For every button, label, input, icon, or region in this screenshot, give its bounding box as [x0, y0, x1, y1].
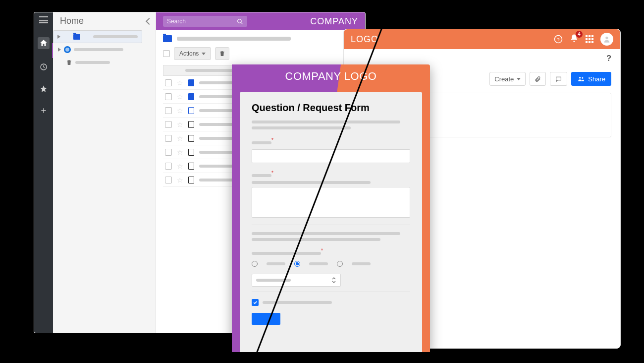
favorite-star-icon[interactable]: ☆	[177, 162, 183, 170]
field-hint	[252, 181, 371, 184]
checkbox-row[interactable]	[252, 299, 410, 306]
search-placeholder: Search	[167, 18, 186, 25]
svg-point-7	[582, 77, 584, 79]
document-icon	[188, 121, 194, 128]
divider	[252, 292, 410, 292]
radio-option[interactable]	[337, 261, 343, 267]
svg-point-4	[605, 37, 608, 39]
radio-label	[267, 262, 285, 265]
right-app-brand: LOGO	[351, 34, 378, 45]
radio-option[interactable]	[252, 261, 258, 267]
clock-icon[interactable]	[40, 63, 48, 71]
actions-dropdown[interactable]: Actions	[174, 47, 211, 60]
favorite-star-icon[interactable]: ☆	[177, 121, 183, 128]
favorite-star-icon[interactable]: ☆	[177, 148, 183, 156]
comment-icon	[555, 76, 562, 82]
row-checkbox[interactable]	[165, 177, 172, 183]
image-doc-icon	[188, 107, 194, 114]
expand-icon[interactable]	[58, 48, 61, 52]
divider	[252, 225, 410, 225]
svg-point-1	[238, 19, 242, 23]
search-input[interactable]: Search	[163, 16, 247, 27]
document-icon	[188, 163, 194, 170]
checkbox-label	[263, 301, 332, 304]
modal-brand: COMPANY LOGO	[232, 64, 430, 88]
row-checkbox[interactable]	[165, 149, 172, 156]
trash-icon	[219, 50, 225, 57]
expand-icon[interactable]	[57, 35, 60, 39]
favorite-star-icon[interactable]: ☆	[177, 176, 183, 184]
tree-item-label	[93, 35, 138, 38]
check-icon	[253, 300, 258, 305]
textarea-input[interactable]	[252, 187, 410, 218]
left-icon-rail	[34, 12, 53, 333]
svg-point-6	[579, 77, 581, 79]
favorite-star-icon[interactable]: ☆	[177, 134, 183, 142]
field-label	[252, 174, 271, 177]
svg-text:?: ?	[557, 37, 560, 42]
tree-item-shared[interactable]	[53, 43, 156, 56]
select-all-checkbox[interactable]	[163, 50, 170, 57]
context-help-icon[interactable]: ?	[606, 54, 611, 63]
left-tree-panel: Home	[53, 12, 156, 333]
row-checkbox[interactable]	[165, 93, 172, 100]
favorite-star-icon[interactable]: ☆	[177, 107, 183, 115]
radio-option-selected[interactable]	[294, 261, 300, 267]
star-icon[interactable]	[40, 85, 48, 93]
row-checkbox[interactable]	[165, 79, 172, 86]
folder-icon	[73, 34, 80, 40]
tree-item-label	[74, 48, 123, 51]
menu-icon[interactable]	[39, 16, 48, 23]
favorite-star-icon[interactable]: ☆	[177, 79, 183, 87]
document-icon	[188, 79, 194, 86]
avatar[interactable]	[600, 33, 613, 46]
row-checkbox[interactable]	[165, 163, 172, 170]
comment-button[interactable]	[550, 72, 567, 86]
breadcrumb	[163, 35, 358, 42]
row-checkbox[interactable]	[165, 135, 172, 142]
left-app-brand: COMPANY	[310, 16, 358, 27]
plus-icon[interactable]	[40, 107, 48, 115]
section-text	[252, 232, 400, 235]
home-icon[interactable]	[38, 37, 50, 49]
caret-down-icon	[202, 53, 206, 55]
notifications-button[interactable]: 4	[570, 34, 579, 45]
form-description	[252, 126, 351, 129]
select-value	[256, 279, 291, 282]
apps-icon[interactable]	[586, 35, 593, 43]
help-icon[interactable]: ?	[554, 35, 563, 44]
field-label	[252, 252, 321, 255]
submit-button[interactable]	[252, 313, 280, 325]
trash-icon	[66, 59, 72, 66]
document-icon	[188, 149, 194, 156]
user-icon	[603, 35, 611, 43]
document-icon	[188, 93, 194, 100]
select-dropdown[interactable]	[252, 274, 341, 287]
tree-item-trash[interactable]	[53, 56, 156, 69]
text-input[interactable]	[252, 149, 410, 163]
checkbox-checked[interactable]	[252, 299, 259, 306]
tree-item-folder[interactable]	[53, 30, 142, 43]
form-description	[252, 121, 400, 123]
notification-badge: 4	[576, 31, 583, 38]
tree-item-label	[75, 61, 110, 64]
row-checkbox[interactable]	[165, 107, 172, 114]
right-app-topbar: LOGO ? 4	[344, 29, 620, 49]
left-app-topbar: Search COMPANY	[156, 12, 365, 30]
tree-title: Home	[60, 16, 84, 26]
collapse-chevron-icon[interactable]	[146, 17, 153, 24]
favorite-star-icon[interactable]: ☆	[177, 93, 183, 101]
section-text	[252, 238, 380, 241]
caret-down-icon	[517, 78, 521, 80]
create-dropdown[interactable]: Create	[489, 72, 526, 86]
field-label	[252, 141, 271, 144]
svg-rect-5	[556, 77, 561, 80]
row-checkbox[interactable]	[165, 121, 172, 128]
radio-group	[252, 261, 410, 267]
people-icon	[64, 46, 71, 53]
delete-button[interactable]	[215, 47, 229, 60]
create-label: Create	[494, 75, 514, 83]
attach-button[interactable]	[530, 72, 546, 86]
form-title: Question / Request Form	[252, 102, 410, 114]
share-button[interactable]: Share	[571, 72, 611, 86]
